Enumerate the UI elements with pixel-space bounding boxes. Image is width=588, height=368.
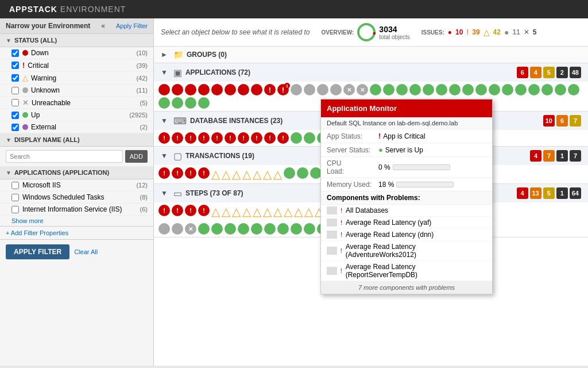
step-dot-gray[interactable] <box>158 223 170 235</box>
step-dot[interactable]: ! <box>158 205 170 216</box>
app-dot-green[interactable] <box>436 84 447 95</box>
app-dot-green[interactable] <box>172 97 183 109</box>
app-dot[interactable] <box>158 84 170 95</box>
step-dot-green[interactable] <box>211 223 223 235</box>
popup-problem-3[interactable]: ! Average Read Latency (dnn) <box>321 229 492 241</box>
app-critical-dot[interactable]: ! <box>264 84 276 95</box>
app-dot[interactable] <box>291 84 302 95</box>
checkbox-iis[interactable] <box>11 182 19 189</box>
tx-warning-dot[interactable]: △ <box>263 167 272 181</box>
app-dot-green[interactable] <box>555 84 566 95</box>
popup-problem-2[interactable]: ! Average Read Latency (yaf) <box>321 217 492 229</box>
app-dot-green[interactable] <box>528 84 540 95</box>
app-dot-green[interactable] <box>396 84 408 95</box>
db-dot[interactable]: ! <box>251 132 262 144</box>
database-collapse[interactable]: ▼ <box>161 117 168 125</box>
app-dot-green[interactable] <box>423 84 434 95</box>
step-warning[interactable]: △ <box>304 205 313 218</box>
show-more-link[interactable]: Show more <box>0 216 153 226</box>
app-dot-x[interactable]: ✕ <box>343 84 355 95</box>
tx-warning-dot[interactable]: △ <box>232 167 241 181</box>
tx-warning-dot[interactable]: △ <box>211 167 220 181</box>
checkbox-unreachable[interactable] <box>11 99 19 106</box>
db-dot-green[interactable] <box>304 132 315 144</box>
tx-warning-dot[interactable]: △ <box>273 167 282 181</box>
db-dot[interactable]: ! <box>172 132 183 144</box>
app-dot-green[interactable] <box>409 84 421 95</box>
applications-collapse-icon[interactable]: ▼ <box>6 170 11 176</box>
add-filter-link[interactable]: + Add Filter Properties <box>0 226 153 239</box>
step-dot-green[interactable] <box>225 223 236 235</box>
app-dot-green[interactable] <box>370 84 381 95</box>
app-dot-green[interactable] <box>541 84 553 95</box>
checkbox-up[interactable] <box>11 112 19 119</box>
db-dot[interactable]: ! <box>277 132 289 144</box>
tx-dot[interactable]: ! <box>158 167 170 179</box>
clear-all-link[interactable]: Clear All <box>74 248 98 255</box>
step-warning[interactable]: △ <box>284 205 292 218</box>
popup-more-text[interactable]: 7 more components with problems <box>321 281 492 294</box>
step-dot[interactable]: ! <box>198 205 210 216</box>
checkbox-down[interactable] <box>11 49 19 57</box>
transactions-collapse[interactable]: ▼ <box>161 152 168 160</box>
app-dot-green[interactable] <box>383 84 394 95</box>
app-dot[interactable] <box>225 84 236 95</box>
popup-problem-5[interactable]: ! Average Read Latency (ReportServerTemp… <box>321 261 492 281</box>
tx-dot-green[interactable] <box>310 167 322 179</box>
step-dot-green[interactable] <box>198 223 210 235</box>
tx-warning-dot[interactable]: △ <box>253 167 261 181</box>
app-dot[interactable] <box>198 84 210 95</box>
step-warning[interactable]: △ <box>273 205 282 218</box>
app-dot-green[interactable] <box>475 84 487 95</box>
checkbox-warning[interactable] <box>11 74 19 82</box>
popup-problem-4[interactable]: ! Average Read Latency (AdventureWorks20… <box>321 241 492 261</box>
app-dot-green[interactable] <box>515 84 527 95</box>
app-dot[interactable] <box>238 84 249 95</box>
db-dot[interactable]: ! <box>225 132 236 144</box>
step-dot[interactable]: ! <box>172 205 183 216</box>
app-dot-green[interactable] <box>158 97 170 109</box>
add-button[interactable]: ADD <box>125 150 148 163</box>
db-dot-green[interactable] <box>291 132 302 144</box>
checkbox-scheduled-tasks[interactable] <box>11 194 19 201</box>
apply-filter-button[interactable]: APPLY FILTER <box>6 244 69 259</box>
step-warning[interactable]: △ <box>242 205 251 218</box>
app-dot[interactable] <box>251 84 262 95</box>
db-dot[interactable]: ! <box>238 132 249 144</box>
app-dot-green[interactable] <box>489 84 500 95</box>
tx-dot-green[interactable] <box>297 167 308 179</box>
app-dot[interactable] <box>304 84 315 95</box>
status-collapse-icon[interactable]: ▼ <box>6 37 11 44</box>
checkbox-external[interactable] <box>11 124 19 131</box>
app-dot[interactable] <box>185 84 196 95</box>
tx-dot-green[interactable] <box>284 167 295 179</box>
step-warning[interactable]: △ <box>294 205 303 218</box>
checkbox-iis-service[interactable] <box>11 206 19 213</box>
step-dot-green[interactable] <box>238 223 249 235</box>
step-dot-green[interactable] <box>304 223 315 235</box>
collapse-icon[interactable]: « <box>101 22 105 30</box>
step-dot-gray[interactable] <box>172 223 183 235</box>
checkbox-unknown[interactable] <box>11 87 19 94</box>
tx-warning-dot[interactable]: △ <box>242 167 251 181</box>
checkbox-critical[interactable] <box>11 62 19 69</box>
app-dot-green[interactable] <box>568 84 579 95</box>
db-dot[interactable]: ! <box>198 132 210 144</box>
db-dot[interactable]: ! <box>211 132 223 144</box>
db-dot[interactable]: ! <box>158 132 170 144</box>
app-dot-green[interactable] <box>502 84 513 95</box>
tx-warning-dot[interactable]: △ <box>222 167 230 181</box>
db-dot[interactable]: ! <box>185 132 196 144</box>
app-dot-green[interactable] <box>462 84 474 95</box>
step-dot-green[interactable] <box>277 223 289 235</box>
tx-dot[interactable]: ! <box>172 167 183 179</box>
step-dot-green[interactable] <box>264 223 276 235</box>
app-critical-dot[interactable]: !1 <box>277 84 289 95</box>
step-warning[interactable]: △ <box>232 205 241 218</box>
tx-dot[interactable]: ! <box>185 167 196 179</box>
app-dot-x[interactable]: ✕ <box>357 84 368 95</box>
groups-collapse[interactable]: ► <box>161 51 168 59</box>
app-dot-green[interactable] <box>198 97 210 109</box>
step-warning[interactable]: △ <box>263 205 272 218</box>
app-dot-green[interactable] <box>449 84 461 95</box>
